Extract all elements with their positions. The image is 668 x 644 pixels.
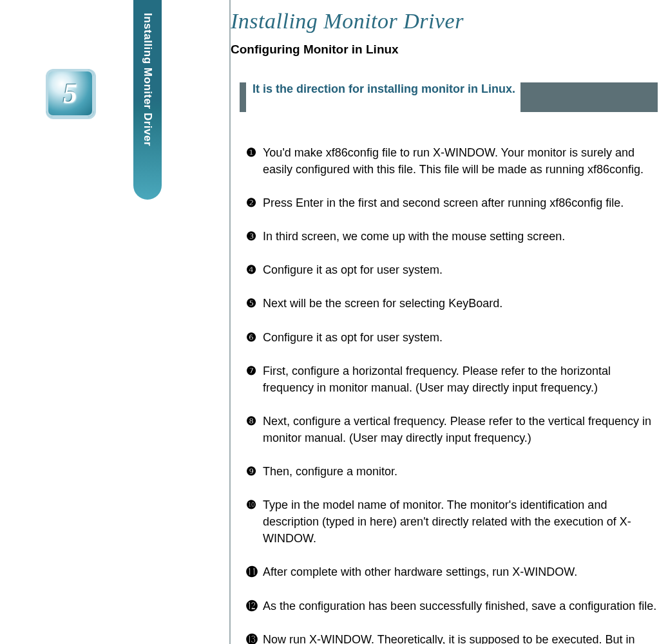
step-text: Now run X-WINDOW. Theoretically, it is s… (260, 631, 659, 644)
step-item: ❻Configure it as opt for user system. (246, 329, 659, 346)
step-text: After complete with other hardware setti… (260, 564, 659, 580)
step-text: Next, configure a vertical frequency. Pl… (260, 413, 659, 446)
callout-bar-right (520, 82, 658, 112)
step-item: ❺Next will be the screen for selecting K… (246, 295, 659, 312)
step-text: Configure it as opt for user system. (260, 329, 659, 346)
step-text: Then, configure a monitor. (260, 463, 659, 480)
step-item: ⓭Now run X-WINDOW. Theoretically, it is … (246, 631, 659, 644)
step-marker: ❼ (246, 363, 260, 396)
step-item: ❹Configure it as opt for user system. (246, 261, 659, 278)
side-tab: Installing Moniter Driver (133, 0, 162, 200)
callout: It is the direction for installing monit… (240, 82, 662, 112)
step-text: Configure it as opt for user system. (260, 261, 659, 278)
steps-list: ❶You'd make xf86config file to run X-WIN… (246, 144, 659, 644)
step-marker: ❽ (246, 413, 260, 446)
callout-text: It is the direction for installing monit… (253, 82, 515, 112)
step-marker: ❶ (246, 144, 260, 178)
chapter-number: 5 (63, 77, 77, 110)
step-marker: ⓫ (246, 564, 260, 580)
left-column: 5 Installing Moniter Driver (0, 0, 229, 644)
step-item: ❷Press Enter in the first and second scr… (246, 194, 659, 211)
step-item: ⓫After complete with other hardware sett… (246, 564, 659, 580)
step-item: ❸In third screen, we come up with the mo… (246, 228, 659, 245)
step-marker: ⓭ (246, 631, 260, 644)
step-text: In third screen, we come up with the mou… (260, 228, 659, 245)
side-tab-label: Installing Moniter Driver (141, 13, 154, 146)
step-text: Press Enter in the first and second scre… (260, 194, 659, 211)
step-marker: ❸ (246, 228, 260, 245)
step-item: ❿Type in the model name of monitor. The … (246, 497, 659, 547)
step-text: Next will be the screen for selecting Ke… (260, 295, 659, 312)
page-subtitle: Configuring Monitor in Linux (231, 43, 662, 57)
step-marker: ❺ (246, 295, 260, 312)
step-text: You'd make xf86config file to run X-WIND… (260, 144, 659, 178)
step-text: First, configure a horizontal frequency.… (260, 363, 659, 396)
step-marker: ❻ (246, 329, 260, 346)
step-item: ⓬As the configuration has been successfu… (246, 598, 659, 614)
chapter-badge: 5 (46, 70, 94, 117)
step-marker: ❷ (246, 194, 260, 211)
main-content: Installing Monitor Driver Configuring Mo… (231, 0, 668, 644)
step-item: ❼First, configure a horizontal frequency… (246, 363, 659, 396)
step-marker: ⓬ (246, 598, 260, 614)
callout-bar-left (240, 82, 246, 112)
step-text: Type in the model name of monitor. The m… (260, 497, 659, 547)
step-item: ❽Next, configure a vertical frequency. P… (246, 413, 659, 446)
step-marker: ❾ (246, 463, 260, 480)
step-marker: ❿ (246, 497, 260, 547)
step-item: ❾Then, configure a monitor. (246, 463, 659, 480)
step-item: ❶You'd make xf86config file to run X-WIN… (246, 144, 659, 178)
step-text: As the configuration has been successful… (260, 598, 659, 614)
page-title: Installing Monitor Driver (231, 9, 662, 33)
step-marker: ❹ (246, 261, 260, 278)
